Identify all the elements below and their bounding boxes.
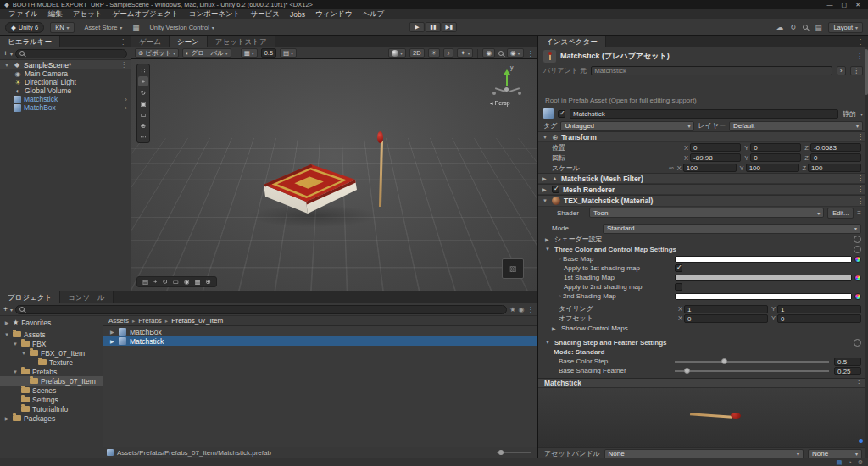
rotate-tool-icon[interactable]: ↻ bbox=[138, 87, 148, 97]
lighting-toggle[interactable]: ☀ bbox=[428, 48, 441, 58]
scene-viewport[interactable]: ∷ + ↻ ▣ ▭ ⊕ ⋯ ▤ + ↻ ▭ ◉ ▦ ⊕ bbox=[131, 59, 537, 291]
breadcrumb-prefabs[interactable]: Prefabs bbox=[138, 317, 162, 325]
undo-history-icon[interactable]: ↻ bbox=[790, 23, 796, 31]
shader-edit-button[interactable]: Edit... bbox=[827, 208, 854, 219]
breadcrumb-assets[interactable]: Assets bbox=[108, 317, 129, 325]
component-menu-icon[interactable]: ⋮ bbox=[857, 197, 864, 205]
preview-header[interactable]: Matchstick ⋮ bbox=[538, 378, 868, 388]
tiling-y-field[interactable]: 1 bbox=[777, 305, 861, 313]
overlay-grid-icon[interactable]: ▤ bbox=[142, 278, 148, 286]
2d-toggle[interactable]: 2D bbox=[409, 48, 425, 58]
shader-dropdown[interactable]: Toon bbox=[589, 208, 824, 218]
scale-tool-icon[interactable]: ▣ bbox=[138, 98, 148, 108]
menu-services[interactable]: サービス bbox=[245, 9, 285, 19]
grid-size-field[interactable]: 0.5 bbox=[261, 48, 276, 58]
handle-space-toggle[interactable]: ◐ グローバル▾ bbox=[182, 48, 231, 58]
pivot-toggle[interactable]: ⊕ ピボット▾ bbox=[135, 48, 179, 58]
matchbox-model[interactable] bbox=[259, 161, 369, 229]
foldout-open-icon[interactable]: ▼ bbox=[3, 63, 10, 68]
menu-edit[interactable]: 編集 bbox=[43, 9, 68, 19]
tree-favorites[interactable]: ▶★ Favorites bbox=[0, 318, 103, 327]
save-search-icon[interactable]: ★ bbox=[509, 306, 515, 313]
mesh-filter-header[interactable]: ▶ ▲ Matchstick (Mesh Filter) ⋮ bbox=[538, 173, 868, 184]
three-color-foldout[interactable]: ▼Three Color and Control Map Settings bbox=[538, 244, 868, 254]
project-menu-icon[interactable]: ⋮ bbox=[527, 305, 535, 313]
scene-root-row[interactable]: ▼ ◆ SampleScene* ⋮ bbox=[0, 60, 131, 69]
more-tools-icon[interactable]: ⋯ bbox=[138, 131, 148, 141]
overlay-rect-icon[interactable]: ▭ bbox=[173, 278, 179, 286]
shader-menu-icon[interactable]: ≡ bbox=[857, 209, 861, 217]
tab-project[interactable]: プロジェクト bbox=[0, 291, 60, 303]
camera-settings-dropdown[interactable]: ◉▾ bbox=[507, 48, 524, 58]
base-map-color-field[interactable] bbox=[675, 256, 852, 263]
shadow-control-maps-foldout[interactable]: ▶Shadow Control Maps bbox=[538, 323, 868, 333]
overlay-transform-icon[interactable]: ⊕ bbox=[206, 278, 211, 286]
mode-dropdown[interactable]: Standard bbox=[603, 224, 861, 234]
variant-parent-field[interactable]: Matchstick bbox=[591, 66, 832, 75]
tab-game[interactable]: ゲーム bbox=[131, 36, 170, 47]
version-control-button[interactable]: Unity Version Control▾ bbox=[145, 23, 218, 32]
menu-file[interactable]: ファイル bbox=[3, 9, 43, 19]
base-color-step-slider[interactable] bbox=[675, 361, 829, 363]
asset-bundle-variant-dropdown[interactable]: None bbox=[808, 449, 862, 458]
scale-x-field[interactable]: 100 bbox=[683, 164, 737, 172]
help-icon[interactable] bbox=[854, 246, 861, 253]
window-grid-icon[interactable]: ▦ bbox=[132, 23, 139, 31]
overlay-snap-icon[interactable]: ▦ bbox=[194, 278, 200, 286]
snap-increment-button[interactable]: ▤▾ bbox=[280, 48, 297, 58]
rotation-z-field[interactable]: 0 bbox=[810, 153, 861, 162]
overlay-eye-icon[interactable]: ◉ bbox=[184, 278, 190, 286]
scene-more-icon[interactable]: ⋮ bbox=[527, 49, 535, 58]
component-menu-icon[interactable]: ⋮ bbox=[857, 133, 864, 141]
material-header[interactable]: ▼ TEX_Matchstick (Material) ⋮ bbox=[538, 195, 868, 207]
layout-dropdown[interactable]: Layout▾ bbox=[828, 22, 863, 33]
scene-options-icon[interactable]: ⋮ bbox=[120, 61, 127, 69]
transform-tool-icon[interactable]: ⊕ bbox=[138, 120, 148, 130]
scale-z-field[interactable]: 100 bbox=[808, 164, 861, 172]
gameobject-name-field[interactable]: Matchstick bbox=[570, 109, 838, 119]
menu-jobs[interactable]: Jobs bbox=[285, 10, 310, 19]
component-menu-icon[interactable]: ⋮ bbox=[857, 186, 864, 193]
offset-y-field[interactable]: 0 bbox=[777, 314, 861, 323]
color-picker-icon[interactable] bbox=[854, 293, 861, 300]
tree-assets[interactable]: ▼ Assets bbox=[0, 330, 103, 339]
gizmo-persp-label[interactable]: ◂ Persp bbox=[490, 100, 510, 107]
tag-dropdown[interactable]: Untagged bbox=[560, 121, 694, 131]
grid-snap-button[interactable]: ▦▾ bbox=[241, 48, 258, 58]
play-button[interactable]: ▶ bbox=[409, 22, 425, 32]
menu-help[interactable]: ヘルプ bbox=[357, 9, 389, 19]
inspector-scrollbar[interactable] bbox=[865, 47, 868, 458]
menu-component[interactable]: コンポーネント bbox=[184, 9, 246, 19]
breadcrumb-prefabs-07-item[interactable]: Prefabs_07_Item bbox=[171, 317, 223, 325]
package-visibility-icon[interactable]: ◉ bbox=[519, 306, 525, 313]
tree-settings[interactable]: Settings bbox=[0, 395, 103, 404]
create-asset-dropdown-icon[interactable]: ▾ bbox=[10, 307, 13, 313]
rect-tool-icon[interactable]: ▭ bbox=[138, 109, 148, 119]
layers-icon[interactable]: ▤ bbox=[815, 23, 821, 31]
tiling-x-field[interactable]: 1 bbox=[684, 305, 768, 313]
thumbnail-zoom-slider[interactable] bbox=[497, 452, 531, 453]
minimize-icon[interactable]: — bbox=[827, 2, 833, 8]
help-icon[interactable] bbox=[854, 339, 861, 347]
tab-console[interactable]: コンソール bbox=[60, 291, 113, 303]
link-scale-icon[interactable]: ∞ bbox=[669, 164, 674, 172]
context-menu-icon[interactable]: ⋮ bbox=[856, 53, 863, 60]
menu-assets[interactable]: アセット bbox=[68, 9, 108, 19]
move-tool-icon[interactable]: + bbox=[138, 76, 148, 86]
position-y-field[interactable]: 0 bbox=[750, 143, 801, 152]
inspector-menu-icon[interactable]: ⋮ bbox=[857, 38, 864, 46]
shader-settings-foldout[interactable]: ▶シェーダー設定 bbox=[538, 234, 868, 244]
position-z-field[interactable]: -0.0583 bbox=[810, 143, 861, 152]
open-button[interactable]: ⋮ bbox=[850, 66, 864, 75]
select-button[interactable]: › bbox=[837, 66, 846, 75]
settings-icon[interactable]: ⚙ bbox=[858, 459, 863, 466]
overlay-move-icon[interactable]: + bbox=[153, 278, 157, 286]
asset-bundle-dropdown[interactable]: None bbox=[604, 449, 804, 458]
activity-icon[interactable]: ◔ bbox=[848, 459, 851, 465]
menu-window[interactable]: ウィンドウ bbox=[310, 9, 358, 19]
tree-prefabs-07-item[interactable]: Prefabs_07_Item bbox=[0, 376, 103, 386]
file-matchbox[interactable]: ▶ MatchBox bbox=[103, 327, 537, 336]
maximize-icon[interactable]: ▢ bbox=[842, 2, 848, 8]
active-checkbox[interactable] bbox=[558, 110, 565, 118]
hierarchy-item-main-camera[interactable]: ◉ Main Camera bbox=[0, 69, 131, 78]
